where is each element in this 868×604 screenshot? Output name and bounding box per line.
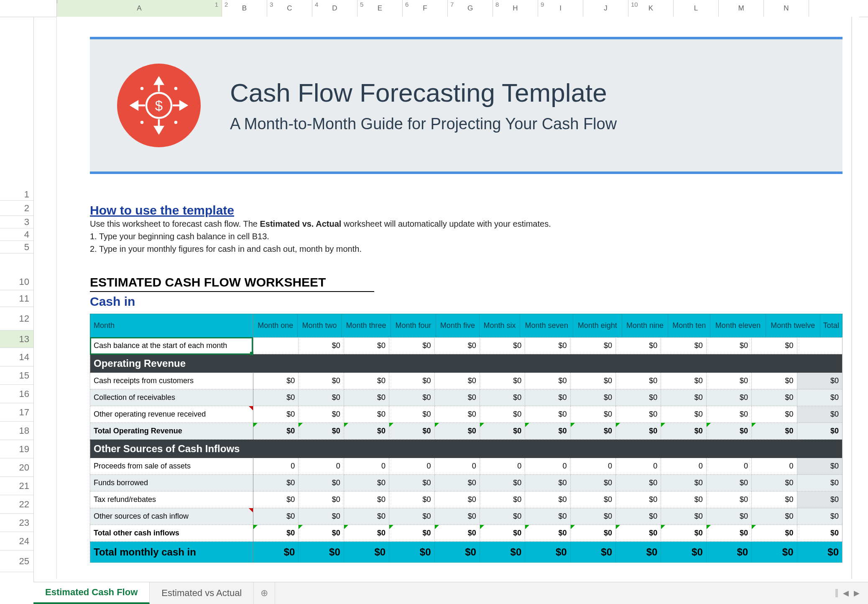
month-9-header[interactable]: Month nine xyxy=(622,314,668,338)
month-4-header[interactable]: Month four xyxy=(391,314,436,338)
month-11-header[interactable]: Month eleven xyxy=(710,314,766,338)
tab-scroll-right-icon[interactable]: ▶ xyxy=(854,589,860,598)
column-header-b[interactable]: 2B xyxy=(222,0,267,17)
tab-scroll-separator xyxy=(835,589,838,597)
row-header[interactable]: 20 xyxy=(0,458,33,477)
month-3-header[interactable]: Month three xyxy=(341,314,391,338)
row-header-gutter[interactable]: 1 2 3 4 5 10 11 12 13 14 15 16 17 18 19 … xyxy=(0,17,34,604)
row-header[interactable]: 11 xyxy=(0,290,33,307)
column-header-n[interactable]: N xyxy=(764,0,809,17)
cell[interactable]: $0 xyxy=(389,338,434,354)
cell[interactable]: $0 xyxy=(525,338,570,354)
column-header-k[interactable]: 10K xyxy=(628,0,674,17)
column-header-a[interactable]: 1 A xyxy=(57,0,222,17)
row-total-monthly[interactable]: Total monthly cash in $0$0$0$0$0$0$0$0$0… xyxy=(90,542,842,563)
row-collection[interactable]: Collection of receivables $0$0$0$0$0$0$0… xyxy=(90,389,842,406)
tab-estimated-vs-actual[interactable]: Estimated vs Actual xyxy=(150,582,254,604)
row-header[interactable]: 18 xyxy=(0,422,33,440)
row-header[interactable]: 5 xyxy=(0,241,33,253)
svg-point-10 xyxy=(140,87,144,90)
spreadsheet-canvas[interactable]: $ Cash Flow Forecasting Template A Month… xyxy=(33,17,868,579)
cell[interactable]: $0 xyxy=(480,338,525,354)
cell[interactable]: $0 xyxy=(434,338,480,354)
ruler-number: 1 xyxy=(215,1,218,8)
svg-point-12 xyxy=(140,121,144,124)
column-header-d[interactable]: 4D xyxy=(312,0,357,17)
svg-marker-7 xyxy=(131,102,138,109)
row-other-inflow[interactable]: Other sources of cash inflow $0$0$0$0$0$… xyxy=(90,508,842,525)
cell[interactable]: $0 xyxy=(344,338,389,354)
row-header[interactable]: 21 xyxy=(0,477,33,495)
column-header-e[interactable]: 5E xyxy=(357,0,403,17)
column-header-i[interactable]: 9I xyxy=(538,0,583,17)
row-header[interactable]: 16 xyxy=(0,385,33,403)
dollar-flow-icon: $ xyxy=(117,64,201,147)
row-header[interactable]: 1 xyxy=(0,188,33,201)
row-total-other[interactable]: Total other cash inflows $0$0$0$0$0$0$0$… xyxy=(90,525,842,542)
column-header-m[interactable]: M xyxy=(719,0,764,17)
row-header[interactable]: 22 xyxy=(0,495,33,514)
cell[interactable]: $0 xyxy=(616,338,661,354)
column-header-c[interactable]: 3C xyxy=(267,0,312,17)
tab-nav-arrows[interactable]: ◀ ▶ xyxy=(835,582,868,604)
banner-title: Cash Flow Forecasting Template xyxy=(230,78,617,107)
row-total-operating[interactable]: Total Operating Revenue $0$0$0$0$0$0$0$0… xyxy=(90,423,842,440)
svg-marker-3 xyxy=(155,78,163,84)
sheet-tab-bar[interactable]: Estimated Cash Flow Estimated vs Actual … xyxy=(33,582,868,604)
month-12-header[interactable]: Month twelve xyxy=(766,314,820,338)
title-banner: $ Cash Flow Forecasting Template A Month… xyxy=(90,37,842,174)
month-8-header[interactable]: Month eight xyxy=(573,314,622,338)
row-header[interactable]: 15 xyxy=(0,366,33,385)
row-header[interactable]: 12 xyxy=(0,307,33,330)
row-header[interactable]: 25 xyxy=(0,550,33,572)
month-2-header[interactable]: Month two xyxy=(298,314,341,338)
row-cash-receipts[interactable]: Cash receipts from customers $0$0$0$0$0$… xyxy=(90,373,842,389)
banner-subtitle: A Month-to-Month Guide for Projecting Yo… xyxy=(230,115,617,133)
row-header[interactable]: 23 xyxy=(0,514,33,532)
row-header[interactable]: 4 xyxy=(0,228,33,241)
months-header-row: Month Month one Month two Month three Mo… xyxy=(90,314,842,338)
row-header-active[interactable]: 13 xyxy=(0,330,33,348)
active-cell-selection[interactable] xyxy=(90,337,253,355)
row-sale-assets[interactable]: Proceeds from sale of assets 00000000000… xyxy=(90,458,842,475)
row-header[interactable]: 3 xyxy=(0,216,33,228)
column-header-h[interactable]: 8H xyxy=(493,0,538,17)
cashflow-table[interactable]: Cash balance at the start of each month … xyxy=(90,337,842,563)
svg-marker-5 xyxy=(155,127,163,133)
row-header[interactable]: 14 xyxy=(0,348,33,366)
cell[interactable] xyxy=(797,338,842,354)
column-header-l[interactable]: L xyxy=(674,0,719,17)
row-header[interactable]: 17 xyxy=(0,403,33,422)
plus-circle-icon: ⊕ xyxy=(260,588,268,599)
tab-estimated-cash-flow[interactable]: Estimated Cash Flow xyxy=(33,582,150,604)
row-header[interactable]: 2 xyxy=(0,201,33,216)
column-header-j[interactable]: J xyxy=(583,0,628,17)
month-label-header[interactable]: Month xyxy=(90,314,253,338)
column-header-ruler[interactable]: 1 A 2B 3C 4D 5E 6F 7G 8H 9I J 10K L M N xyxy=(0,0,868,17)
cell[interactable]: $0 xyxy=(299,338,344,354)
cell[interactable]: $0 xyxy=(752,338,797,354)
row-funds-borrowed[interactable]: Funds borrowed $0$0$0$0$0$0$0$0$0$0$0$0 … xyxy=(90,475,842,491)
column-header-f[interactable]: 6F xyxy=(403,0,448,17)
month-10-header[interactable]: Month ten xyxy=(668,314,710,338)
row-header[interactable]: 19 xyxy=(0,440,33,458)
month-5-header[interactable]: Month five xyxy=(436,314,479,338)
tab-scroll-left-icon[interactable]: ◀ xyxy=(843,589,849,598)
cell[interactable]: $0 xyxy=(706,338,751,354)
total-header[interactable]: Total xyxy=(820,314,842,338)
cell[interactable]: $0 xyxy=(570,338,615,354)
month-1-header[interactable]: Month one xyxy=(253,314,298,338)
cell[interactable] xyxy=(253,338,299,354)
month-7-header[interactable]: Month seven xyxy=(520,314,573,338)
row-header[interactable]: 24 xyxy=(0,532,33,550)
add-sheet-button[interactable]: ⊕ xyxy=(254,582,275,604)
column-header-g[interactable]: 7G xyxy=(448,0,493,17)
select-all-corner[interactable] xyxy=(0,0,57,17)
cell[interactable]: $0 xyxy=(661,338,706,354)
month-6-header[interactable]: Month six xyxy=(479,314,520,338)
worksheet-heading: ESTIMATED CASH FLOW WORKSHEET xyxy=(90,275,326,289)
row-tax-refund[interactable]: Tax refund/rebates $0$0$0$0$0$0$0$0$0$0$… xyxy=(90,491,842,508)
row-header[interactable]: 10 xyxy=(0,274,33,290)
svg-text:$: $ xyxy=(155,98,163,113)
row-other-operating[interactable]: Other operating revenue received $0$0$0$… xyxy=(90,406,842,423)
